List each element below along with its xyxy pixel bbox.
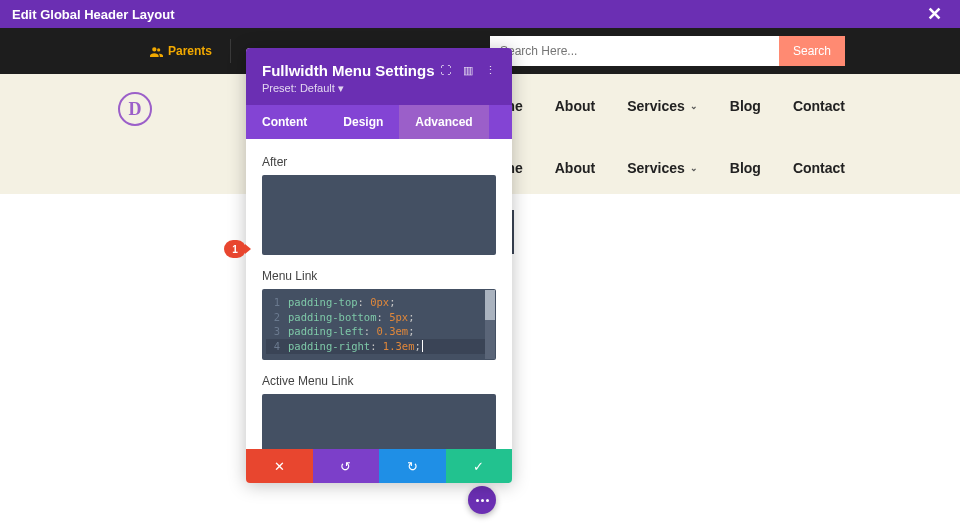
nav2-blog[interactable]: Blog	[730, 160, 761, 176]
parents-label: Parents	[168, 44, 212, 58]
chevron-down-icon: ⌄	[690, 163, 698, 173]
cancel-button[interactable]: ✕	[246, 449, 313, 483]
nav2-services[interactable]: Services⌄	[627, 160, 698, 176]
tab-advanced[interactable]: Advanced	[399, 105, 488, 139]
line-num: 1	[266, 295, 280, 310]
expand-icon[interactable]: ⛶	[440, 64, 451, 77]
nav-contact[interactable]: Contact	[793, 98, 845, 114]
menu-row-1: Home About Services⌄ Blog Contact	[484, 98, 845, 114]
search-button[interactable]: Search	[779, 36, 845, 66]
kebab-icon[interactable]: ⋮	[485, 64, 496, 77]
menu-row-2: Home About Services⌄ Blog Contact	[484, 160, 845, 176]
line-num: 2	[266, 310, 280, 325]
undo-button[interactable]: ↺	[313, 449, 380, 483]
redo-button[interactable]: ↻	[379, 449, 446, 483]
tab-content[interactable]: Content	[246, 105, 327, 139]
line-num: 4	[266, 339, 280, 354]
annotation-marker-1: 1	[224, 240, 246, 258]
active-menu-link-css-input[interactable]	[262, 394, 496, 449]
panel-title: Fullwidth Menu Settings	[262, 62, 435, 79]
parents-link[interactable]: Parents	[150, 44, 212, 58]
after-css-input[interactable]	[262, 175, 496, 255]
close-icon[interactable]: ✕	[927, 5, 942, 23]
nav-services[interactable]: Services⌄	[627, 98, 698, 114]
nav2-services-label: Services	[627, 160, 685, 176]
panel-tabs: Content Design Advanced	[246, 105, 512, 139]
code-scrollbar[interactable]	[485, 290, 495, 359]
nav2-about[interactable]: About	[555, 160, 595, 176]
menu-link-css-input[interactable]: 1padding-top: 0px; 2padding-bottom: 5px;…	[262, 289, 496, 360]
nav-blog[interactable]: Blog	[730, 98, 761, 114]
panel-body: After Menu Link 1padding-top: 0px; 2padd…	[246, 139, 512, 449]
label-menu-link: Menu Link	[262, 269, 496, 283]
settings-panel: Fullwidth Menu Settings ⛶ ▥ ⋮ Preset: De…	[246, 48, 512, 483]
chevron-down-icon: ⌄	[690, 101, 698, 111]
label-active-menu-link: Active Menu Link	[262, 374, 496, 388]
columns-icon[interactable]: ▥	[463, 64, 473, 77]
page-title: Edit Global Header Layout	[12, 7, 175, 22]
users-icon	[150, 46, 163, 57]
search-input[interactable]	[490, 36, 779, 66]
preset-label[interactable]: Preset: Default ▾	[262, 82, 496, 95]
nav2-contact[interactable]: Contact	[793, 160, 845, 176]
panel-header: Fullwidth Menu Settings ⛶ ▥ ⋮ Preset: De…	[246, 48, 512, 105]
label-after: After	[262, 155, 496, 169]
divi-logo[interactable]: D	[118, 92, 152, 126]
nav-about[interactable]: About	[555, 98, 595, 114]
panel-footer: ✕ ↺ ↻ ✓	[246, 449, 512, 483]
tab-design[interactable]: Design	[327, 105, 399, 139]
line-num: 3	[266, 324, 280, 339]
divider	[230, 39, 231, 63]
nav-services-label: Services	[627, 98, 685, 114]
save-button[interactable]: ✓	[446, 449, 513, 483]
builder-fab[interactable]	[468, 486, 496, 514]
search-wrap: Search	[490, 36, 845, 66]
